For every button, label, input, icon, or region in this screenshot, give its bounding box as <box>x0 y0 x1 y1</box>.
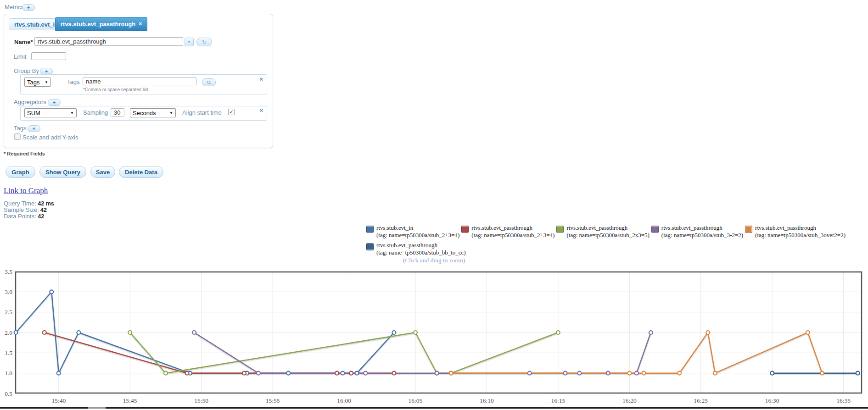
svg-text:16:35: 16:35 <box>836 397 851 404</box>
metrics-label: Metrics <box>5 4 24 11</box>
legend-entry-text: rtvs.stub.evt_passthrough(tag: name=tp50… <box>471 224 554 239</box>
metric-panel: rtvs.stub.evt_in × rtvs.stub.evt_passthr… <box>4 14 273 148</box>
legend-swatch-icon <box>461 226 469 233</box>
query-stats: Query Time: 42 ms Sample Size: 42 Data P… <box>4 200 54 220</box>
svg-text:3.0: 3.0 <box>5 288 12 295</box>
legend-entry-text: rtvs.stub.evt_passthrough(tag: name=tp50… <box>376 242 466 256</box>
svg-text:0.5: 0.5 <box>5 390 12 397</box>
svg-text:16:15: 16:15 <box>551 397 565 404</box>
svg-text:2.5: 2.5 <box>5 309 12 316</box>
aggregator-select[interactable]: SUM ▼ <box>24 108 77 117</box>
delete-data-button[interactable]: Delete Data <box>119 166 163 178</box>
svg-text:16:30: 16:30 <box>765 397 779 404</box>
select-caret-icon: ▼ <box>169 111 173 115</box>
save-button[interactable]: Save <box>90 166 115 178</box>
chevron-down-icon: ▼ <box>188 40 191 44</box>
data-points-label: Data Points: <box>4 213 36 220</box>
tab-evt-passthrough[interactable]: rtvs.stub.evt_passthrough × <box>55 17 147 31</box>
timeseries-chart[interactable]: 0.51.01.52.02.53.03.515:4015:4515:5015:5… <box>0 268 868 406</box>
legend-entry: rtvs.stub.evt_passthrough(tag: name=tp50… <box>366 242 466 256</box>
legend-entry: rtvs.stub.evt_in(tag: name=tp50300a/stub… <box>366 224 459 239</box>
align-start-time-checkbox[interactable]: ✓ <box>228 109 235 115</box>
chart-legend: rtvs.stub.evt_in(tag: name=tp50300a/stub… <box>366 224 868 256</box>
tags-section-label: Tags <box>14 125 26 132</box>
limit-input[interactable] <box>31 52 66 60</box>
legend-entry-text: rtvs.stub.evt_passthrough(tag: name=tp50… <box>566 224 649 239</box>
legend-entry: rtvs.stub.evt_passthrough(tag: name=tp50… <box>556 224 649 239</box>
search-icon <box>207 81 211 84</box>
graph-button[interactable]: Graph <box>6 166 35 178</box>
legend-swatch-icon <box>366 226 374 233</box>
legend-entry: rtvs.stub.evt_passthrough(tag: name=tp50… <box>745 224 846 239</box>
name-label: Name* <box>14 39 33 45</box>
sample-size-label: Sample Size: <box>4 206 39 213</box>
group-by-tags-input[interactable] <box>83 78 196 85</box>
sample-size-value: 42 <box>40 207 47 213</box>
kairosdb-query-page: Metrics + rtvs.stub.evt_in × rtvs.stub.e… <box>0 0 868 410</box>
svg-text:2.0: 2.0 <box>5 329 12 336</box>
scale-y-axis-checkbox[interactable] <box>14 133 21 140</box>
bottom-divider-bar <box>0 407 868 409</box>
limit-label: Limit <box>14 53 26 60</box>
add-aggregator-button[interactable]: + <box>48 99 61 106</box>
add-metric-button[interactable]: + <box>22 4 35 11</box>
legend-swatch-icon <box>366 243 374 250</box>
metric-name-dropdown-button[interactable]: ▼ <box>185 38 194 46</box>
legend-entry-text: rtvs.stub.evt_in(tag: name=tp50300a/stub… <box>376 224 459 239</box>
legend-entry: rtvs.stub.evt_passthrough(tag: name=tp50… <box>461 224 554 239</box>
svg-text:1.5: 1.5 <box>5 349 12 356</box>
query-time-label: Query Time: <box>4 200 36 207</box>
align-start-time-label: Align start time <box>182 109 222 116</box>
svg-text:15:45: 15:45 <box>123 397 137 404</box>
remove-group-by-icon[interactable]: × <box>259 77 263 82</box>
add-group-by-button[interactable]: + <box>40 68 53 75</box>
sampling-label: Sampling <box>83 109 108 116</box>
refresh-icon: ↻ <box>202 39 207 45</box>
svg-text:16:10: 16:10 <box>480 397 494 404</box>
svg-text:16:20: 16:20 <box>622 397 637 404</box>
svg-text:16:00: 16:00 <box>337 397 351 404</box>
tab-evt-passthrough-close-icon[interactable]: × <box>139 21 142 27</box>
link-to-graph[interactable]: Link to Graph <box>4 186 48 195</box>
scale-y-axis-label: Scale and add Y-axis <box>22 134 78 141</box>
svg-text:15:55: 15:55 <box>266 397 280 404</box>
query-time-value: 42 ms <box>38 200 54 207</box>
remove-aggregator-icon[interactable]: × <box>259 108 263 113</box>
refresh-metric-button[interactable]: ↻ <box>196 38 212 46</box>
legend-entry-text: rtvs.stub.evt_passthrough(tag: name=tp50… <box>755 224 846 239</box>
group-by-row: Tags ▼ Tags × *Comma or space separated … <box>20 74 267 94</box>
bottom-bar-thumb <box>88 407 106 409</box>
required-fields-note: * Required Fields <box>4 151 45 156</box>
group-by-tags-label: Tags <box>67 78 79 85</box>
legend-swatch-icon <box>745 226 752 233</box>
legend-swatch-icon <box>651 226 659 233</box>
sampling-value-input[interactable] <box>111 108 124 116</box>
group-by-type-value: Tags <box>27 79 39 86</box>
svg-text:16:05: 16:05 <box>409 397 423 404</box>
data-points-value: 42 <box>38 213 44 220</box>
svg-text:16:25: 16:25 <box>694 397 708 404</box>
group-by-label: Group By <box>14 67 39 74</box>
show-query-button[interactable]: Show Query <box>39 166 86 178</box>
sampling-unit-select[interactable]: Seconds ▼ <box>130 108 176 117</box>
aggregator-value: SUM <box>27 110 40 116</box>
add-tag-button[interactable]: + <box>28 125 40 132</box>
aggregator-row: SUM ▼ Sampling Seconds ▼ Align start tim… <box>20 106 267 121</box>
legend-swatch-icon <box>556 226 564 233</box>
legend-entry: rtvs.stub.evt_passthrough(tag: name=tp50… <box>651 224 743 239</box>
zoom-hint: (Click and drag to zoom) <box>0 257 868 264</box>
metric-name-input[interactable] <box>34 37 183 46</box>
svg-text:15:50: 15:50 <box>194 397 208 404</box>
select-caret-icon: ▼ <box>70 111 74 115</box>
sampling-unit-value: Seconds <box>133 110 156 116</box>
tag-search-button[interactable] <box>202 78 216 86</box>
legend-entry-text: rtvs.stub.evt_passthrough(tag: name=tp50… <box>661 224 743 239</box>
select-caret-icon: ▼ <box>45 80 48 84</box>
tab-evt-passthrough-label: rtvs.stub.evt_passthrough <box>61 21 135 28</box>
svg-text:3.5: 3.5 <box>5 268 12 275</box>
group-by-type-select[interactable]: Tags ▼ <box>24 78 51 87</box>
tab-evt-in-label: rtvs.stub.evt_in <box>14 21 58 28</box>
tags-hint: *Comma or space separated list <box>83 87 148 92</box>
svg-text:15:40: 15:40 <box>51 397 66 404</box>
aggregators-label: Aggregators <box>14 99 46 105</box>
